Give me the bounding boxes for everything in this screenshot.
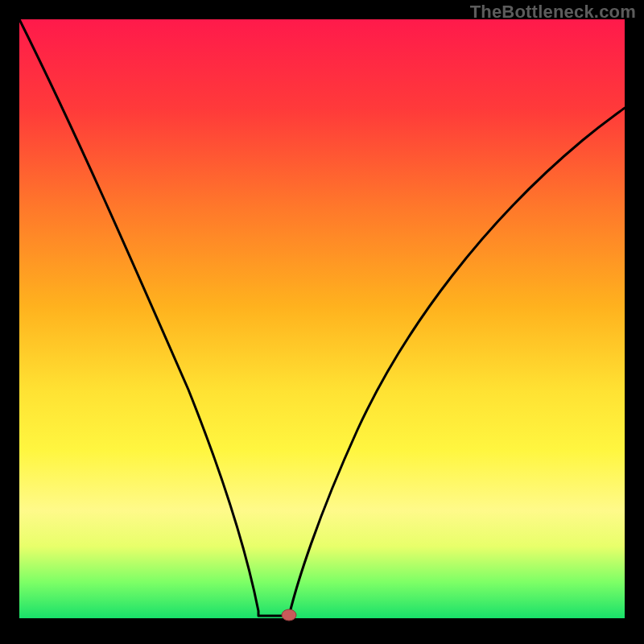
chart-svg — [19, 19, 625, 618]
minimum-marker — [282, 609, 296, 621]
bottleneck-curve — [19, 19, 625, 616]
chart-frame: TheBottleneck.com — [0, 0, 644, 644]
plot-area — [19, 19, 625, 618]
